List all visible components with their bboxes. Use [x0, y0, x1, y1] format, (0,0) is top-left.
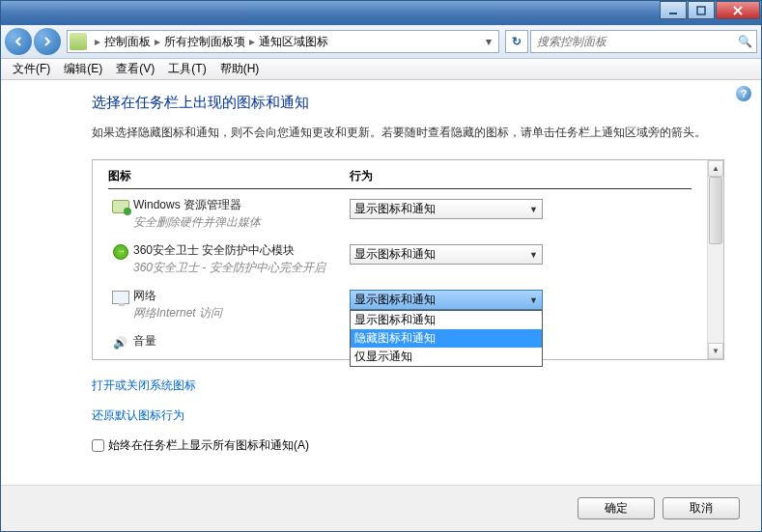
volume-icon — [108, 333, 133, 352]
search-icon[interactable]: 🔍 — [738, 35, 752, 48]
row-name: 音量 — [133, 333, 350, 350]
option-hide-icon-notify[interactable]: 隐藏图标和通知 — [351, 329, 542, 348]
search-input[interactable] — [535, 34, 738, 49]
col-icon-header: 图标 — [108, 168, 350, 184]
page-description: 如果选择隐藏图标和通知，则不会向您通知更改和更新。若要随时查看隐藏的图标，请单击… — [92, 124, 724, 142]
nav-back-button[interactable] — [5, 28, 32, 55]
row-name: 网络 — [133, 288, 350, 304]
control-panel-icon — [70, 33, 87, 50]
chevron-down-icon: ▼ — [529, 250, 538, 260]
behavior-dropdown: 显示图标和通知 隐藏图标和通知 仅显示通知 — [350, 310, 543, 367]
list-row: Windows 资源管理器 安全删除硬件并弹出媒体 显示图标和通知 ▼ — [108, 197, 691, 231]
navigation-bar: ▸ 控制面板 ▸ 所有控制面板项 ▸ 通知区域图标 ▾ ↻ 🔍 — [1, 25, 761, 59]
ok-button[interactable]: 确定 — [578, 497, 655, 519]
row-sub: 网络Internet 访问 — [133, 305, 350, 322]
behavior-select[interactable]: 显示图标和通知 ▼ — [350, 199, 543, 219]
breadcrumb-part2[interactable]: 所有控制面板项 — [164, 34, 245, 50]
nav-forward-button[interactable] — [34, 28, 61, 55]
chevron-down-icon: ▼ — [529, 205, 538, 214]
breadcrumb-dropdown-icon[interactable]: ▾ — [481, 35, 496, 48]
breadcrumb-sep: ▸ — [249, 35, 255, 48]
list-header: 图标 行为 — [108, 168, 691, 189]
content-area: ? 选择在任务栏上出现的图标和通知 如果选择隐藏图标和通知，则不会向您通知更改和… — [1, 80, 761, 485]
shield-icon — [108, 242, 133, 262]
close-button[interactable] — [716, 1, 760, 19]
select-value: 显示图标和通知 — [354, 201, 436, 217]
row-name: Windows 资源管理器 — [133, 197, 350, 213]
svg-rect-1 — [697, 7, 705, 14]
menu-file[interactable]: 文件(F) — [7, 59, 56, 79]
network-icon — [108, 288, 133, 307]
drive-icon — [108, 197, 133, 216]
behavior-select[interactable]: 显示图标和通知 ▼ — [350, 290, 543, 310]
link-system-icons[interactable]: 打开或关闭系统图标 — [92, 378, 724, 394]
search-box[interactable]: 🔍 — [530, 30, 757, 53]
link-restore-defaults[interactable]: 还原默认图标行为 — [92, 407, 724, 424]
row-name: 360安全卫士 安全防护中心模块 — [133, 242, 350, 259]
option-only-notify[interactable]: 仅显示通知 — [351, 348, 542, 366]
behavior-select[interactable]: 显示图标和通知 ▼ — [350, 244, 543, 265]
page-heading: 选择在任务栏上出现的图标和通知 — [92, 94, 724, 112]
row-sub: 安全删除硬件并弹出媒体 — [133, 214, 350, 231]
breadcrumb-part1[interactable]: 控制面板 — [104, 34, 151, 50]
select-value: 显示图标和通知 — [354, 292, 436, 308]
menu-edit[interactable]: 编辑(E) — [58, 59, 108, 79]
always-show-label[interactable]: 始终在任务栏上显示所有图标和通知(A) — [108, 437, 309, 454]
row-sub: 360安全卫士 - 安全防护中心完全开启 — [133, 260, 350, 276]
scroll-track[interactable] — [708, 177, 723, 343]
select-value: 显示图标和通知 — [354, 246, 436, 263]
breadcrumb[interactable]: ▸ 控制面板 ▸ 所有控制面板项 ▸ 通知区域图标 ▾ — [67, 30, 499, 53]
chevron-down-icon: ▼ — [529, 295, 538, 305]
cancel-button[interactable]: 取消 — [663, 497, 740, 519]
list-row: 网络 网络Internet 访问 显示图标和通知 ▼ 显示图标和通知 隐藏图标和… — [108, 288, 691, 322]
scroll-up-button[interactable]: ▲ — [708, 160, 723, 177]
menu-bar: 文件(F) 编辑(E) 查看(V) 工具(T) 帮助(H) — [1, 59, 761, 80]
scroll-down-button[interactable]: ▼ — [708, 343, 723, 359]
icon-list-frame: 图标 行为 Windows 资源管理器 安全删除硬件并弹出媒体 显示图标和通知 … — [92, 159, 724, 360]
breadcrumb-sep: ▸ — [155, 35, 160, 48]
scroll-thumb[interactable] — [709, 177, 722, 244]
breadcrumb-part3[interactable]: 通知区域图标 — [259, 34, 328, 50]
title-bar — [1, 1, 761, 25]
option-show-icon-notify[interactable]: 显示图标和通知 — [351, 311, 542, 329]
menu-help[interactable]: 帮助(H) — [214, 59, 266, 79]
breadcrumb-sep: ▸ — [95, 35, 100, 48]
maximize-button[interactable] — [688, 1, 715, 19]
help-icon[interactable]: ? — [736, 86, 751, 101]
list-row: 360安全卫士 安全防护中心模块 360安全卫士 - 安全防护中心完全开启 显示… — [108, 242, 691, 276]
menu-tools[interactable]: 工具(T) — [162, 59, 212, 79]
col-behavior-header: 行为 — [350, 168, 691, 184]
footer: 确定 取消 — [1, 485, 761, 531]
menu-view[interactable]: 查看(V) — [110, 59, 160, 79]
scrollbar[interactable]: ▲ ▼ — [707, 160, 723, 359]
minimize-button[interactable] — [660, 1, 687, 19]
svg-rect-0 — [669, 13, 677, 14]
refresh-button[interactable]: ↻ — [505, 30, 528, 53]
always-show-checkbox[interactable] — [92, 439, 104, 452]
